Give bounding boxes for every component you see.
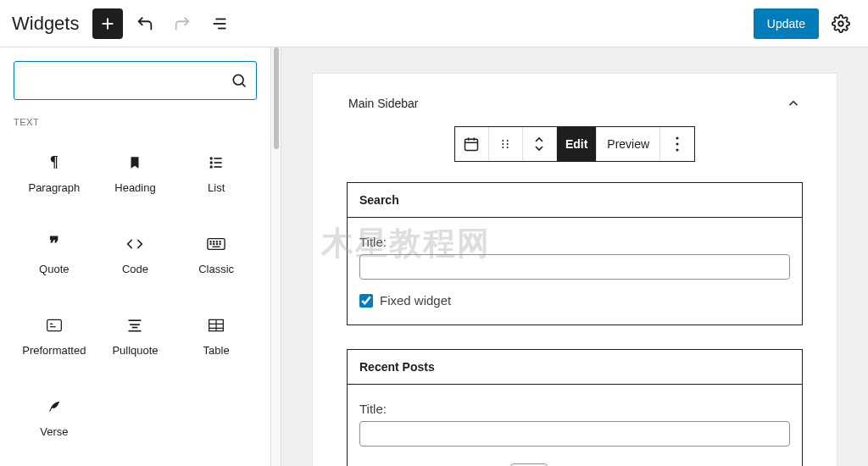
- fixed-widget-label: Fixed widget: [380, 293, 451, 308]
- undo-icon: [136, 14, 154, 33]
- bookmark-icon: [127, 153, 142, 173]
- svg-point-45: [676, 136, 679, 139]
- plus-icon: [98, 14, 117, 33]
- widget-search: Search Title: Fixed widget: [347, 182, 803, 325]
- svg-point-5: [838, 21, 843, 26]
- svg-point-16: [214, 241, 214, 241]
- settings-button[interactable]: [826, 8, 856, 39]
- calendar-icon: [463, 136, 480, 153]
- block-toolbar: Edit Preview: [347, 126, 803, 162]
- move-buttons[interactable]: [523, 127, 557, 161]
- scrollbar-thumb[interactable]: [274, 47, 279, 149]
- block-label: Quote: [39, 263, 69, 275]
- quote-icon: ❞: [49, 234, 59, 254]
- block-paragraph[interactable]: ¶ Paragraph: [14, 132, 95, 214]
- svg-point-22: [220, 243, 220, 244]
- block-type-button[interactable]: [455, 127, 489, 161]
- recent-title-label: Title:: [359, 402, 790, 416]
- svg-point-6: [233, 75, 243, 85]
- preview-tab[interactable]: Preview: [597, 127, 660, 161]
- widget-recent-posts: Recent Posts Title: Number of posts to s…: [347, 349, 803, 466]
- svg-rect-24: [47, 319, 61, 330]
- block-label: List: [208, 181, 225, 194]
- search-title-label: Title:: [359, 235, 790, 249]
- inserter-scrollbar[interactable]: [271, 47, 281, 466]
- drag-icon: [498, 137, 512, 151]
- block-label: Table: [203, 344, 230, 357]
- list-view-button[interactable]: [204, 8, 235, 39]
- gear-icon: [832, 14, 850, 33]
- block-label: Pullquote: [112, 344, 158, 357]
- undo-button[interactable]: [130, 8, 160, 39]
- block-search-field[interactable]: [23, 74, 231, 87]
- svg-point-46: [676, 142, 679, 145]
- feather-icon: [47, 397, 62, 417]
- block-label: Paragraph: [28, 181, 80, 194]
- block-classic[interactable]: Classic: [175, 214, 257, 295]
- table-icon: [208, 315, 225, 336]
- svg-point-42: [507, 143, 509, 145]
- svg-rect-35: [465, 139, 478, 150]
- chevron-up-icon: [786, 96, 801, 111]
- redo-button[interactable]: [167, 8, 198, 39]
- block-grid: ¶ Paragraph Heading List ❞ Quote Code: [14, 132, 257, 458]
- block-label: Heading: [114, 181, 155, 194]
- block-preformatted[interactable]: Preformatted: [14, 295, 95, 376]
- update-button[interactable]: Update: [754, 8, 819, 39]
- widget-heading: Recent Posts: [348, 350, 802, 385]
- block-list[interactable]: List: [175, 132, 257, 214]
- more-options-button[interactable]: [660, 127, 694, 161]
- svg-point-13: [210, 166, 212, 168]
- widget-heading: Search: [348, 183, 802, 218]
- pullquote-icon: [126, 315, 143, 336]
- block-label: Classic: [198, 263, 234, 275]
- widget-area-title: Main Sidebar: [348, 97, 419, 110]
- block-label: Verse: [40, 425, 68, 438]
- svg-point-44: [507, 147, 509, 148]
- block-inserter-panel: TEXT ¶ Paragraph Heading List ❞ Quote Co…: [0, 47, 271, 466]
- section-label-text: TEXT: [14, 117, 257, 127]
- svg-point-21: [217, 243, 218, 244]
- block-quote[interactable]: ❞ Quote: [14, 214, 95, 295]
- list-icon: [208, 153, 225, 173]
- svg-point-18: [220, 241, 220, 241]
- edit-tab[interactable]: Edit: [557, 127, 597, 161]
- search-icon: [231, 72, 248, 89]
- svg-point-20: [214, 243, 214, 244]
- svg-point-43: [503, 147, 504, 148]
- list-view-icon: [210, 14, 229, 33]
- chevron-up-down-icon: [533, 135, 545, 153]
- fixed-widget-checkbox[interactable]: [359, 294, 373, 308]
- widget-area-surface: 木星教程网 Main Sidebar: [312, 73, 837, 466]
- block-heading[interactable]: Heading: [95, 132, 176, 214]
- block-search-input[interactable]: [14, 61, 257, 100]
- block-label: Code: [122, 263, 148, 275]
- top-toolbar: Widgets Update: [0, 0, 868, 47]
- svg-point-17: [217, 241, 218, 241]
- block-table[interactable]: Table: [175, 295, 257, 376]
- page-title: Widgets: [12, 13, 79, 35]
- block-verse[interactable]: Verse: [14, 376, 95, 458]
- search-title-input[interactable]: [359, 254, 790, 280]
- svg-point-41: [503, 143, 504, 145]
- svg-line-7: [242, 84, 246, 87]
- svg-point-40: [507, 140, 509, 141]
- kebab-icon: [676, 136, 679, 152]
- code-icon: [126, 234, 143, 254]
- block-pullquote[interactable]: Pullquote: [95, 295, 176, 376]
- svg-point-12: [210, 162, 212, 164]
- recent-title-input[interactable]: [359, 421, 790, 447]
- svg-point-19: [210, 243, 211, 244]
- svg-point-47: [676, 148, 679, 151]
- fixed-widget-row[interactable]: Fixed widget: [359, 293, 790, 308]
- keyboard-icon: [207, 234, 225, 254]
- svg-point-11: [210, 158, 212, 159]
- block-code[interactable]: Code: [95, 214, 176, 295]
- paragraph-icon: ¶: [50, 153, 58, 173]
- block-label: Preformatted: [22, 344, 86, 357]
- drag-handle[interactable]: [489, 127, 523, 161]
- add-block-button[interactable]: [92, 8, 123, 39]
- preformatted-icon: [46, 315, 63, 336]
- svg-point-39: [503, 140, 504, 141]
- collapse-area-button[interactable]: [786, 96, 801, 111]
